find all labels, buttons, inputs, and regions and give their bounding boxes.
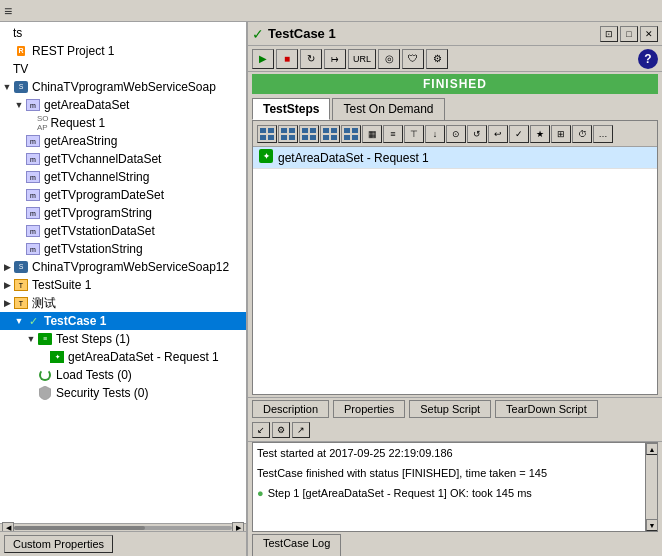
log-scrollbar[interactable]: ▲ ▼ [645,443,657,531]
tree-item-getTVchannelDataSet[interactable]: m getTVchannelDataSet [0,150,246,168]
step-tool-2[interactable] [278,125,298,143]
step-tool-timer[interactable]: ⏱ [572,125,592,143]
horizontal-scrollbar[interactable]: ◀ ▶ [0,523,246,531]
svg-rect-11 [310,135,316,140]
log-settings-button[interactable]: ⚙ [272,422,290,438]
tree-item-ts[interactable]: ts [0,24,246,42]
tab-setup-script[interactable]: Setup Script [409,400,491,418]
left-panel: ts R REST Project 1 TV S Ch [0,22,248,556]
step-tool-undo[interactable]: ↩ [488,125,508,143]
log-toolbar: ↙ ⚙ ↗ [248,418,662,442]
tree-item-ceshi[interactable]: T 测试 [0,294,246,312]
step-row[interactable]: ✦ getAreaDataSet - Request 1 [253,147,657,169]
tree-item-teststeps[interactable]: ≡ Test Steps (1) [0,330,246,348]
play-button[interactable]: ▶ [252,49,274,69]
shield-button[interactable]: 🛡 [402,49,424,69]
item-label: 测试 [32,295,56,312]
step-tool-4[interactable] [320,125,340,143]
close-button[interactable]: ✕ [640,26,658,42]
svg-text:✦: ✦ [263,152,270,161]
target-button[interactable]: ◎ [378,49,400,69]
hamburger-icon[interactable]: ≡ [4,3,12,19]
tab-teststeps[interactable]: TestSteps [252,98,330,120]
testsuite-icon: T [13,277,29,293]
method-icon: m [25,97,41,113]
detach-button[interactable]: ⊡ [600,26,618,42]
step-tool-5[interactable] [341,125,361,143]
step-tool-down[interactable]: ↓ [425,125,445,143]
step-row-label: getAreaDataSet - Request 1 [278,151,429,165]
maximize-button[interactable]: □ [620,26,638,42]
tree-item-testsuite1[interactable]: T TestSuite 1 [0,276,246,294]
tree-item-rest-project[interactable]: R REST Project 1 [0,42,246,60]
tree-item-getAreaDataSet-req[interactable]: ✦ getAreaDataSet - Request 1 [0,348,246,366]
log-scroll-down[interactable]: ▼ [646,519,658,531]
tab-properties[interactable]: Properties [333,400,405,418]
step-button[interactable]: ↦ [324,49,346,69]
stop-button[interactable]: ■ [276,49,298,69]
tab-teardown-script[interactable]: TearDown Script [495,400,598,418]
step-tool-check[interactable]: ✓ [509,125,529,143]
testsuite-icon: T [13,295,29,311]
item-label: ChinaTVprogramWebServiceSoap12 [32,260,229,274]
tree-item-testcase1[interactable]: ✓ TestCase 1 [0,312,246,330]
step-tool-star[interactable]: ★ [530,125,550,143]
settings-button[interactable]: ⚙ [426,49,448,69]
scroll-track[interactable] [14,526,232,530]
add-step-button[interactable] [257,125,277,143]
scroll-thumb[interactable] [14,526,145,530]
item-label: getAreaDataSet - Request 1 [68,350,219,364]
svg-rect-1 [268,128,274,133]
main-toolbar: ▶ ■ ↻ ↦ URL ◎ 🛡 ⚙ ? [248,46,662,72]
item-label: TestCase 1 [44,314,106,328]
tree-item-loadtests[interactable]: Load Tests (0) [0,366,246,384]
refresh-button[interactable]: ↻ [300,49,322,69]
tree-item-china-soap[interactable]: S ChinaTVprogramWebServiceSoap [0,78,246,96]
step-tool-circle[interactable]: ⊙ [446,125,466,143]
log-scroll-up[interactable]: ▲ [646,443,658,455]
custom-properties-button[interactable]: Custom Properties [4,535,113,553]
step-tool-3[interactable] [299,125,319,143]
help-button[interactable]: ? [638,49,658,69]
log-export-button[interactable]: ↗ [292,422,310,438]
tree-item-china-soap12[interactable]: S ChinaTVprogramWebServiceSoap12 [0,258,246,276]
log-area: Test started at 2017-09-25 22:19:09.186 … [252,442,658,532]
main-layout: ts R REST Project 1 TV S Ch [0,22,662,556]
expand-arrow [2,298,12,308]
method-icon: m [25,241,41,257]
expand-arrow [26,334,36,344]
item-label: getTVstationString [44,242,143,256]
tree-item-tv[interactable]: TV [0,60,246,78]
item-label: TestSuite 1 [32,278,91,292]
tab-test-on-demand[interactable]: Test On Demand [332,98,444,120]
step-tool-grid[interactable]: ⊞ [551,125,571,143]
svg-rect-0 [260,128,266,133]
tree-item-getTVprogramDateSet[interactable]: m getTVprogramDateSet [0,186,246,204]
step-tool-list[interactable]: ≡ [383,125,403,143]
tree-item-request1-sub[interactable]: SOAP Request 1 [0,114,246,132]
svg-rect-3 [268,135,274,140]
tree-item-getTVchannelString[interactable]: m getTVchannelString [0,168,246,186]
tab-description[interactable]: Description [252,400,329,418]
step-tool-refresh[interactable]: ↺ [467,125,487,143]
tree-item-securitytests[interactable]: Security Tests (0) [0,384,246,402]
expand-arrow [2,280,12,290]
step-tool-6[interactable]: ▦ [362,125,382,143]
tree-item-getTVstationDataSet[interactable]: m getTVstationDataSet [0,222,246,240]
step-tool-more[interactable]: … [593,125,613,143]
item-label: getAreaDataSet [44,98,129,112]
item-label: Security Tests (0) [56,386,148,400]
url-button[interactable]: URL [348,49,376,69]
log-arrow-button[interactable]: ↙ [252,422,270,438]
tree-item-getTVstationString[interactable]: m getTVstationString [0,240,246,258]
tree-item-getTVprogramString[interactable]: m getTVprogramString [0,204,246,222]
soap12-icon: S [13,259,29,275]
testcase-log-tab[interactable]: TestCase Log [252,534,341,556]
step-tool-top[interactable]: ⊤ [404,125,424,143]
tree-item-getAreaString[interactable]: m getAreaString [0,132,246,150]
tree-item-getAreaDataSet[interactable]: m getAreaDataSet [0,96,246,114]
soap-icon: S [13,79,29,95]
item-label: Test Steps (1) [56,332,130,346]
teststeps-icon: ≡ [37,331,53,347]
log-scroll-track[interactable] [646,455,657,519]
